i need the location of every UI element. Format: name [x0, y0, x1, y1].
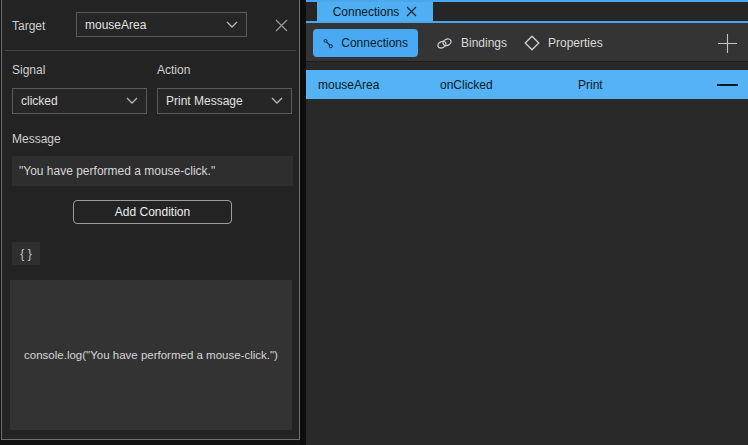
signal-label: Signal [12, 63, 45, 77]
toolbar: Connections Bindings Properties [306, 23, 748, 62]
toolbar-button-properties-label: Properties [548, 36, 603, 50]
code-preview-text: console.log("You have performed a mouse-… [24, 349, 278, 361]
message-label: Message [12, 132, 61, 146]
tab-close-icon[interactable] [406, 6, 417, 17]
tab-connections-label: Connections [333, 5, 400, 19]
signal-combobox[interactable]: clicked [12, 88, 147, 114]
message-input[interactable] [12, 156, 293, 186]
row-signal: onClicked [440, 78, 578, 92]
screen: { "editor_popup": { "target_label": "Tar… [0, 0, 748, 445]
add-condition-button[interactable]: Add Condition [73, 200, 232, 224]
target-combobox[interactable]: mouseArea [76, 12, 247, 37]
chevron-down-icon [126, 97, 138, 105]
tab-bar: Connections [306, 0, 748, 23]
link-icon [436, 36, 453, 51]
action-label: Action [157, 63, 190, 77]
action-combobox-value: Print Message [166, 94, 271, 108]
chevron-down-icon [271, 97, 283, 105]
code-preview: console.log("You have performed a mouse-… [10, 280, 292, 430]
action-combobox[interactable]: Print Message [157, 88, 292, 114]
toolbar-button-bindings-label: Bindings [461, 36, 507, 50]
connection-editor-popup: Target mouseArea Signal Action clicked P… [1, 0, 300, 440]
tab-connections[interactable]: Connections [317, 2, 433, 21]
target-label: Target [12, 19, 45, 33]
toolbar-button-connections-label: Connections [341, 36, 408, 50]
connection-row[interactable]: mouseArea onClicked Print [306, 70, 748, 99]
connection-icon [323, 36, 333, 51]
row-target: mouseArea [318, 78, 440, 92]
connections-view: Connections Connections Bindings [306, 0, 748, 445]
remove-connection-icon[interactable] [717, 83, 738, 87]
close-icon[interactable] [275, 19, 288, 32]
toolbar-button-connections[interactable]: Connections [313, 29, 418, 57]
separator [5, 50, 296, 51]
row-action: Print [578, 78, 716, 92]
chevron-down-icon [226, 21, 238, 29]
toolbar-button-bindings[interactable]: Bindings [426, 29, 517, 57]
signal-combobox-value: clicked [21, 94, 126, 108]
add-connection-button[interactable] [717, 33, 738, 54]
code-braces-button[interactable]: { } [12, 242, 40, 265]
toolbar-button-properties[interactable]: Properties [514, 29, 613, 57]
target-combobox-value: mouseArea [85, 18, 226, 32]
diamond-icon [524, 35, 540, 51]
